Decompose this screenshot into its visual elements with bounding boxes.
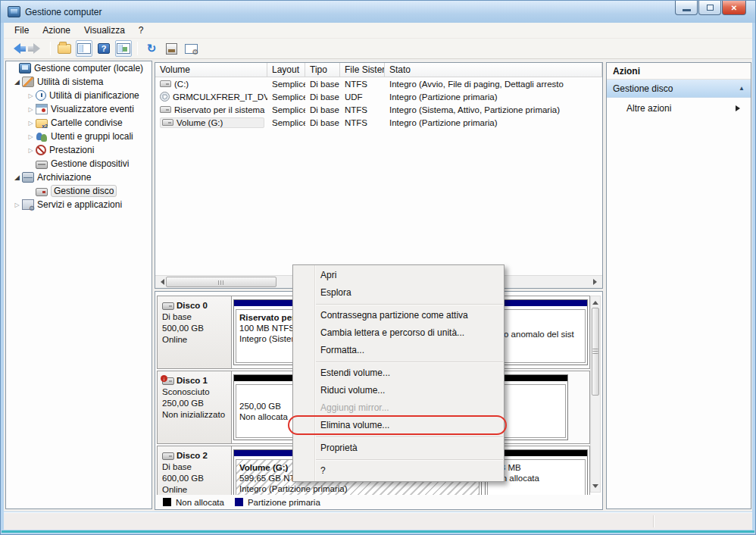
menu-item-help[interactable]: ? bbox=[293, 462, 504, 480]
menu-item-estendi-volume[interactable]: Estendi volume... bbox=[293, 364, 504, 382]
volume-list-header: Volume Layout Tipo File Sistema Stato bbox=[155, 63, 602, 77]
disk-0-header[interactable]: Disco 0 Di base 500,00 GB Online bbox=[158, 296, 232, 368]
collapsed-twisty-icon[interactable]: ▷ bbox=[26, 106, 36, 113]
clock-icon bbox=[36, 90, 46, 101]
column-volume[interactable]: Volume bbox=[155, 63, 267, 77]
console-window-icon[interactable] bbox=[183, 40, 199, 57]
toolbar: ? ↻ bbox=[4, 39, 752, 59]
menu-item-cambia-lettera[interactable]: Cambia lettera e percorso di unità... bbox=[293, 324, 504, 342]
properties-icon[interactable] bbox=[163, 40, 180, 57]
toolbar-separator bbox=[50, 42, 51, 55]
refresh-icon[interactable]: ↻ bbox=[143, 40, 160, 57]
tree-item-performance[interactable]: ▷ Prestazioni bbox=[6, 143, 152, 157]
computer-icon bbox=[19, 63, 31, 74]
menu-bar: File Azione Visualizza ? bbox=[4, 23, 752, 39]
actions-title: Azioni bbox=[607, 63, 751, 80]
column-stato[interactable]: Stato bbox=[385, 63, 602, 77]
show-console-tree-button[interactable] bbox=[76, 40, 92, 57]
vertical-scrollbar[interactable] bbox=[590, 296, 601, 493]
scrollbar-thumb[interactable] bbox=[166, 277, 276, 287]
tree-item-shared-folders[interactable]: ▷ Cartelle condivise bbox=[6, 116, 152, 130]
table-row[interactable]: Riservato per il sistema Semplice Di bas… bbox=[155, 103, 602, 116]
column-file-sistema[interactable]: File Sistema bbox=[340, 63, 385, 77]
tree-item-disk-management[interactable]: Gestione disco bbox=[6, 184, 152, 198]
collapsed-twisty-icon[interactable]: ▷ bbox=[26, 133, 36, 140]
collapse-group-icon[interactable]: ▲ bbox=[739, 85, 745, 92]
toolbar-separator bbox=[137, 42, 138, 55]
menu-item-aggiungi-mirror: Aggiungi mirror... bbox=[293, 399, 504, 417]
expanded-twisty-icon[interactable]: ◢ bbox=[12, 174, 22, 181]
tree-item-system-utilities[interactable]: ◢ Utilità di sistema bbox=[6, 75, 152, 89]
menu-item-formatta[interactable]: Formatta... bbox=[293, 342, 504, 359]
actions-group-disk-management[interactable]: Gestione disco ▲ bbox=[607, 80, 751, 98]
collapsed-twisty-icon[interactable]: ▷ bbox=[26, 147, 36, 154]
collapsed-twisty-icon[interactable]: ▷ bbox=[26, 92, 36, 99]
close-button[interactable]: ✕ bbox=[722, 1, 746, 15]
expanded-twisty-icon[interactable]: ◢ bbox=[12, 78, 22, 86]
partition-legend: Non allocata Partizione primaria bbox=[155, 495, 602, 509]
submenu-arrow-icon bbox=[736, 105, 743, 111]
tree-item-device-manager[interactable]: Gestione dispositivi bbox=[6, 157, 152, 171]
tree-item-services-applications[interactable]: ▷ Servizi e applicazioni bbox=[6, 198, 152, 211]
menu-item-esplora[interactable]: Esplora bbox=[293, 284, 504, 302]
drive-icon bbox=[162, 119, 173, 126]
menu-item-contrassegna-partizione[interactable]: Contrassegna partizione come attiva bbox=[293, 307, 504, 324]
event-log-icon bbox=[36, 104, 48, 114]
disk-icon bbox=[36, 188, 48, 196]
scroll-right-button[interactable] bbox=[589, 276, 602, 288]
table-row[interactable]: (C:) Semplice Di base NTFS Integro (Avvi… bbox=[155, 77, 602, 90]
app-icon bbox=[8, 6, 20, 17]
back-button[interactable] bbox=[8, 40, 25, 57]
menu-help[interactable]: ? bbox=[133, 23, 150, 37]
menu-item-proprieta[interactable]: Proprietà bbox=[293, 440, 504, 457]
export-folder-icon[interactable] bbox=[56, 40, 73, 57]
title-bar[interactable]: Gestione computer ✕ bbox=[1, 1, 755, 23]
shared-folder-icon bbox=[36, 119, 48, 128]
window-bottom-accent bbox=[2, 530, 754, 533]
menu-item-riduci-volume[interactable]: Riduci volume... bbox=[293, 382, 504, 399]
show-action-pane-button[interactable] bbox=[115, 40, 132, 57]
drive-icon bbox=[160, 106, 171, 113]
volume-context-menu: Apri Esplora Contrassegna partizione com… bbox=[292, 264, 505, 482]
menu-separator bbox=[316, 304, 503, 305]
tree-item-storage[interactable]: ◢ Archiviazione bbox=[6, 171, 152, 184]
menu-visualizza[interactable]: Visualizza bbox=[78, 23, 131, 37]
menu-item-apri[interactable]: Apri bbox=[293, 267, 504, 284]
menu-separator bbox=[316, 459, 503, 460]
disk-icon bbox=[162, 302, 174, 310]
tree-item-task-scheduler[interactable]: ▷ Utilità di pianificazione bbox=[6, 89, 152, 102]
scrollbar-thumb[interactable] bbox=[592, 308, 599, 396]
status-bar bbox=[4, 512, 752, 530]
legend-label: Non allocata bbox=[176, 498, 224, 507]
primary-partition-bar bbox=[234, 300, 295, 307]
help-icon[interactable]: ? bbox=[95, 40, 112, 57]
primary-partition-swatch bbox=[235, 498, 243, 506]
column-layout[interactable]: Layout bbox=[267, 63, 305, 77]
collapsed-twisty-icon[interactable]: ▷ bbox=[12, 202, 22, 208]
table-row[interactable]: GRMCULXFRER_IT_DVD (D:) Semplice Di base… bbox=[155, 90, 602, 103]
minimize-button[interactable] bbox=[675, 1, 698, 15]
menu-item-elimina-volume[interactable]: Elimina volume... bbox=[293, 417, 504, 434]
disk-icon bbox=[162, 452, 174, 460]
maximize-button[interactable] bbox=[698, 1, 721, 15]
console-tree: Gestione computer (locale) ◢ Utilità di … bbox=[5, 61, 152, 509]
scroll-down-button[interactable] bbox=[591, 481, 600, 492]
services-icon bbox=[22, 199, 34, 210]
menu-file[interactable]: File bbox=[8, 23, 35, 37]
computer-management-window: Gestione computer ✕ File Azione Visualiz… bbox=[0, 0, 756, 535]
partition-system-reserved[interactable]: Riservato per il sistema 100 MB NTFS Int… bbox=[233, 299, 295, 365]
column-tipo[interactable]: Tipo bbox=[305, 63, 340, 77]
tree-item-event-viewer[interactable]: ▷ Visualizzatore eventi bbox=[6, 102, 152, 116]
collapsed-twisty-icon[interactable]: ▷ bbox=[26, 120, 36, 127]
tree-item-computer-management[interactable]: Gestione computer (locale) bbox=[6, 61, 152, 75]
tools-icon bbox=[22, 77, 34, 87]
actions-more-actions[interactable]: Altre azioni bbox=[607, 98, 751, 119]
forward-button[interactable] bbox=[28, 40, 45, 57]
tree-item-local-users-groups[interactable]: ▷ Utenti e gruppi locali bbox=[6, 130, 152, 143]
table-row-selected[interactable]: Volume (G:) Semplice Di base NTFS Integr… bbox=[155, 116, 602, 129]
scroll-up-button[interactable] bbox=[591, 296, 600, 307]
dvd-icon bbox=[160, 92, 170, 102]
disk-1-header[interactable]: Disco 1 Sconosciuto 250,00 GB Non inizia… bbox=[158, 371, 232, 443]
menu-azione[interactable]: Azione bbox=[36, 23, 77, 37]
volume-list: Volume Layout Tipo File Sistema Stato (C… bbox=[155, 62, 603, 289]
